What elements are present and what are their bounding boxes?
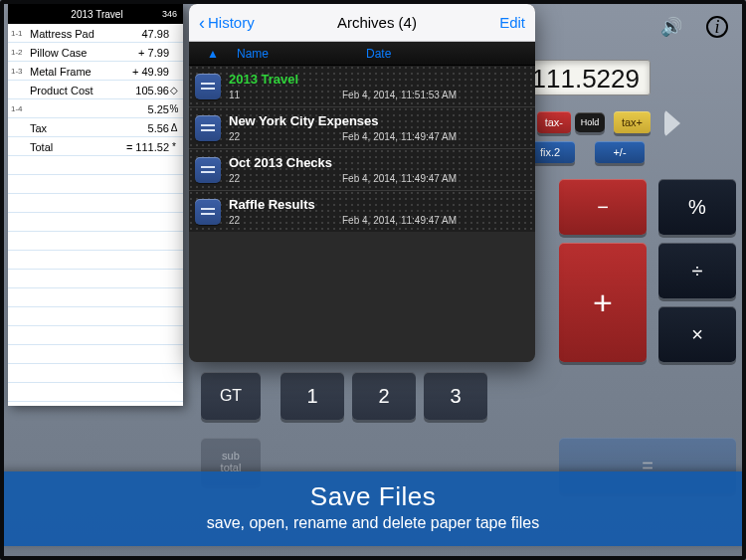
back-button[interactable]: ‹ History <box>199 14 255 32</box>
archive-title: New York City Expenses <box>229 113 527 128</box>
sort-indicator-icon[interactable]: ▲ <box>189 47 237 61</box>
minus-button[interactable]: − <box>559 179 647 235</box>
archive-title: Oct 2013 Checks <box>229 155 527 170</box>
archive-file-icon <box>195 115 221 141</box>
caption-title: Save Files <box>0 481 746 512</box>
popover-navbar: ‹ History Archives (4) Edit <box>189 4 535 42</box>
archive-title: 2013 Travel <box>229 72 527 87</box>
popover-title: Archives (4) <box>255 14 499 31</box>
paper-tape: 2013 Travel 346 1-1Mattress Pad47.981-2P… <box>8 4 183 406</box>
tape-row: 1-1Mattress Pad47.98 <box>8 24 183 43</box>
tape-value: 105.96 <box>135 85 169 96</box>
expand-triangle-icon[interactable] <box>664 109 680 137</box>
percent-button[interactable]: % <box>658 179 736 235</box>
archive-row-body: 2013 Travel11Feb 4, 2014, 11:51:53 AM <box>229 72 527 100</box>
archive-file-icon <box>195 199 221 225</box>
archive-meta: 11Feb 4, 2014, 11:51:53 AM <box>229 90 527 100</box>
column-date[interactable]: Date <box>366 47 391 61</box>
archive-list: 2013 Travel11Feb 4, 2014, 11:51:53 AMNew… <box>189 66 535 232</box>
archive-line-count: 22 <box>229 215 342 226</box>
paper-tape-title: 2013 Travel <box>32 9 162 20</box>
digit-2-button[interactable]: 2 <box>352 372 416 420</box>
digit-1-button[interactable]: 1 <box>280 372 344 420</box>
archive-date: Feb 4, 2014, 11:51:53 AM <box>342 90 457 100</box>
info-icon[interactable]: i <box>706 16 728 38</box>
archive-row-body: Raffle Results22Feb 4, 2014, 11:49:47 AM <box>229 197 527 226</box>
archive-line-count: 11 <box>229 90 342 100</box>
paper-tape-count: 346 <box>162 9 177 19</box>
archive-row[interactable]: New York City Expenses22Feb 4, 2014, 11:… <box>189 107 535 149</box>
tape-label: Pillow Case <box>30 47 138 59</box>
archive-row-body: Oct 2013 Checks22Feb 4, 2014, 11:49:47 A… <box>229 155 527 184</box>
tape-label: Tax <box>30 122 148 134</box>
archive-meta: 22Feb 4, 2014, 11:49:47 AM <box>229 173 527 184</box>
caption-banner: Save Files save, open, rename and delete… <box>0 471 746 546</box>
paper-tape-body: 1-1Mattress Pad47.981-2Pillow Case+ 7.99… <box>8 24 183 406</box>
tape-value: 5.25 <box>148 103 169 115</box>
edit-button[interactable]: Edit <box>499 14 525 31</box>
speaker-icon[interactable]: 🔊 <box>660 16 682 38</box>
archive-file-icon <box>195 157 221 183</box>
tape-row: 1-3Metal Frame+ 49.99 <box>8 62 183 81</box>
tax-plus-button[interactable]: tax+ <box>614 111 651 133</box>
tape-row: Tax5.56Δ <box>8 118 183 137</box>
tape-value: 47.98 <box>141 28 169 40</box>
tape-line-number: 1-2 <box>8 48 30 57</box>
archives-popover: ‹ History Archives (4) Edit ▲ Name Date … <box>189 4 535 362</box>
paper-tape-header: 2013 Travel 346 <box>8 4 183 24</box>
tape-symbol: % <box>169 103 179 114</box>
tape-symbol: ◇ <box>169 85 179 95</box>
archive-date: Feb 4, 2014, 11:49:47 AM <box>342 215 457 226</box>
digit-3-button[interactable]: 3 <box>424 372 487 420</box>
tape-row: Total= 111.52* <box>8 137 183 156</box>
hold-button[interactable]: Hold <box>575 112 605 132</box>
tape-label: Total <box>30 141 126 153</box>
archive-meta: 22Feb 4, 2014, 11:49:47 AM <box>229 131 527 142</box>
column-name[interactable]: Name <box>237 47 366 61</box>
tape-value: + 49.99 <box>132 66 169 78</box>
tape-line-number: 1-3 <box>8 67 30 76</box>
tape-value: = 111.52 <box>126 141 169 153</box>
tape-label: Mattress Pad <box>30 28 141 40</box>
multiply-button[interactable]: × <box>658 306 736 362</box>
archive-row[interactable]: 2013 Travel11Feb 4, 2014, 11:51:53 AM <box>189 66 535 107</box>
gt-button[interactable]: GT <box>201 372 261 420</box>
back-label: History <box>208 14 255 31</box>
plus-minus-button[interactable]: +/- <box>595 141 645 163</box>
tape-row: 1-2Pillow Case+ 7.99 <box>8 43 183 62</box>
archive-title: Raffle Results <box>229 197 527 212</box>
archive-file-icon <box>195 74 221 99</box>
popover-column-header: ▲ Name Date <box>189 42 535 66</box>
archive-line-count: 22 <box>229 173 342 184</box>
tape-value: 5.56 <box>148 122 169 134</box>
archive-date: Feb 4, 2014, 11:49:47 AM <box>342 131 457 142</box>
tax-minus-button[interactable]: tax- <box>537 111 571 133</box>
tape-row: 1-45.25% <box>8 99 183 118</box>
divide-button[interactable]: ÷ <box>658 243 736 298</box>
tape-label: Metal Frame <box>30 66 132 78</box>
tape-label: Product Cost <box>30 85 135 96</box>
archive-row[interactable]: Oct 2013 Checks22Feb 4, 2014, 11:49:47 A… <box>189 149 535 191</box>
archive-meta: 22Feb 4, 2014, 11:49:47 AM <box>229 215 527 226</box>
caption-subtitle: save, open, rename and delete paper tape… <box>0 514 746 532</box>
tape-value: + 7.99 <box>138 47 169 59</box>
tape-line-number: 1-1 <box>8 29 30 38</box>
tape-symbol: Δ <box>169 122 179 133</box>
archive-date: Feb 4, 2014, 11:49:47 AM <box>342 173 457 184</box>
plus-button[interactable]: + <box>559 243 647 362</box>
tape-symbol: * <box>169 141 179 152</box>
tape-row: Product Cost105.96◇ <box>8 81 183 99</box>
archive-line-count: 22 <box>229 131 342 142</box>
tape-line-number: 1-4 <box>8 104 30 113</box>
archive-row-body: New York City Expenses22Feb 4, 2014, 11:… <box>229 113 527 142</box>
archive-row[interactable]: Raffle Results22Feb 4, 2014, 11:49:47 AM <box>189 191 535 232</box>
chevron-left-icon: ‹ <box>199 14 205 32</box>
